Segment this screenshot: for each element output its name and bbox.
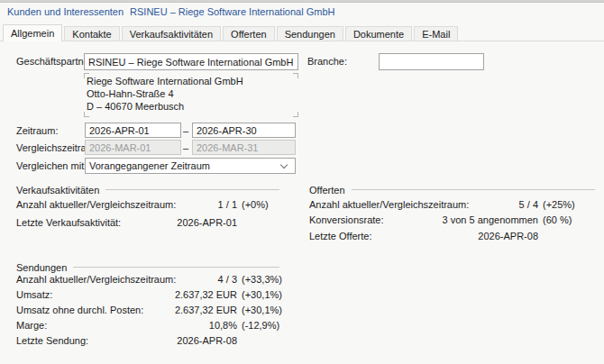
stat-row: Anzahl aktueller/Vergleichszeitraum: 1 /… [16, 199, 279, 210]
stat-row: Letzte Offerte: 2026-APR-08 [309, 231, 595, 241]
stat-label: Anzahl aktueller/Vergleichszeitraum: [16, 274, 176, 285]
stat-row: Konversionsrate: 3 von 5 angenommen (60 … [309, 214, 595, 225]
stat-delta: (-12,9%) [237, 320, 279, 331]
stat-value: 3 von 5 angenommen [384, 214, 538, 225]
tab-offerten[interactable]: Offerten [223, 26, 275, 41]
section-divider [352, 189, 595, 190]
address-corner-icon [293, 73, 298, 78]
section-title: Offerten [309, 185, 345, 196]
stat-label: Letzte Verkaufsaktivität: [16, 217, 121, 228]
zeitraum-label: Zeitraum: [16, 125, 58, 136]
stat-value: 2026-APR-08 [88, 335, 237, 346]
window-title-context: Kunden und Interessenten [7, 6, 124, 17]
stat-value: 2.637,32 EUR [143, 305, 237, 315]
stat-value: 1 / 1 [176, 199, 237, 210]
section-divider [105, 189, 279, 190]
stat-value: 2026-APR-08 [372, 231, 538, 241]
branche-label: Branche: [307, 56, 347, 67]
tab-dokumente[interactable]: Dokumente [345, 26, 412, 41]
stat-row: Umsatz ohne durchl. Posten: 2.637,32 EUR… [16, 305, 279, 315]
stat-value: 10,8% [47, 320, 237, 331]
tab-email[interactable]: E-Mail [414, 26, 458, 41]
stat-row: Umsatz: 2.637,32 EUR (+30,1%) [16, 289, 279, 300]
zeitraum-from-input[interactable] [85, 123, 181, 138]
branche-input[interactable] [379, 53, 484, 70]
section-header: Offerten [309, 184, 595, 196]
stat-value: 5 / 4 [469, 199, 538, 210]
stat-delta: (60 %) [538, 214, 595, 225]
window-title: Kunden und InteressentenRSINEU – Riege S… [7, 6, 334, 17]
address-corner-icon [293, 112, 298, 117]
section-header: Sendungen [16, 261, 279, 273]
address-block: Riege Software International GmbH Otto-H… [84, 73, 298, 117]
address-corner-icon [84, 112, 89, 117]
address-corner-icon [84, 73, 89, 78]
address-line-city: D – 40670 Meerbusch [87, 100, 298, 113]
vergleichen-mit-select[interactable]: Vorangegangener Zeitraum [85, 158, 296, 174]
tab-sendungen[interactable]: Sendungen [277, 26, 343, 41]
tab-allgemein[interactable]: Allgemein [3, 24, 62, 41]
tab-bar: Allgemein Kontakte Verkaufsaktivitäten O… [3, 24, 458, 41]
section-title: Sendungen [16, 262, 67, 273]
stat-label: Konversionsrate: [309, 214, 384, 225]
stat-label: Umsatz: [16, 289, 52, 300]
stat-row: Anzahl aktueller/Vergleichszeitraum: 5 /… [309, 199, 595, 210]
stat-value: 4 / 3 [176, 274, 237, 285]
stat-row: Letzte Sendung: 2026-APR-08 [16, 335, 279, 346]
address-line-company: Riege Software International GmbH [87, 75, 298, 87]
address-line-street: Otto-Hahn-Straße 4 [87, 87, 298, 100]
stat-label: Marge: [16, 320, 47, 331]
toolbar-edge [0, 0, 604, 3]
vergleichszeitraum-to-input [192, 140, 296, 155]
stat-row: Marge: 10,8% (-12,9%) [16, 320, 279, 331]
stat-delta: (+30,1%) [237, 305, 279, 315]
geschaeftspartner-input[interactable] [84, 53, 298, 70]
tab-kontakte[interactable]: Kontakte [64, 26, 119, 41]
stat-label: Letzte Offerte: [309, 231, 372, 241]
stat-row: Anzahl aktueller/Vergleichszeitraum: 4 /… [16, 274, 279, 285]
vergleichen-mit-value: Vorangegangener Zeitraum [89, 160, 210, 171]
vergleichszeitraum-from-input [85, 140, 181, 155]
section-offerten: Offerten Anzahl aktueller/Vergleichszeit… [309, 184, 595, 251]
stat-label: Anzahl aktueller/Vergleichszeitraum: [309, 199, 469, 210]
customer-detail-window: Kunden und InteressentenRSINEU – Riege S… [0, 0, 604, 364]
section-sendungen: Sendungen Anzahl aktueller/Vergleichszei… [16, 261, 279, 351]
chevron-down-icon [280, 161, 288, 168]
section-divider [73, 267, 279, 268]
stat-label: Anzahl aktueller/Vergleichszeitraum: [16, 199, 176, 210]
vergleichszeitraum-dash: – [181, 142, 190, 153]
stat-label: Umsatz ohne durchl. Posten: [16, 305, 143, 315]
zeitraum-dash: – [181, 125, 190, 136]
section-header: Verkaufsaktivitäten [16, 184, 279, 196]
stat-row: Letzte Verkaufsaktivität: 2026-APR-01 [16, 217, 279, 228]
stat-delta: (+0%) [237, 199, 279, 210]
section-title: Verkaufsaktivitäten [16, 185, 99, 196]
window-title-subject: RSINEU – Riege Software International Gm… [130, 6, 334, 17]
stat-value: 2.637,32 EUR [52, 289, 237, 300]
tab-verkaufsaktivitaeten[interactable]: Verkaufsaktivitäten [122, 26, 221, 41]
stat-delta: (+25%) [538, 199, 595, 210]
zeitraum-to-input[interactable] [192, 123, 296, 138]
stat-label: Letzte Sendung: [16, 335, 88, 346]
stat-delta: (+33,3%) [237, 274, 279, 285]
stat-value: 2026-APR-01 [121, 217, 237, 228]
vergleichen-mit-label: Vergleichen mit: [16, 160, 87, 171]
section-verkaufsaktivitaeten: Verkaufsaktivitäten Anzahl aktueller/Ver… [16, 184, 279, 238]
stat-delta: (+30,1%) [237, 289, 279, 300]
